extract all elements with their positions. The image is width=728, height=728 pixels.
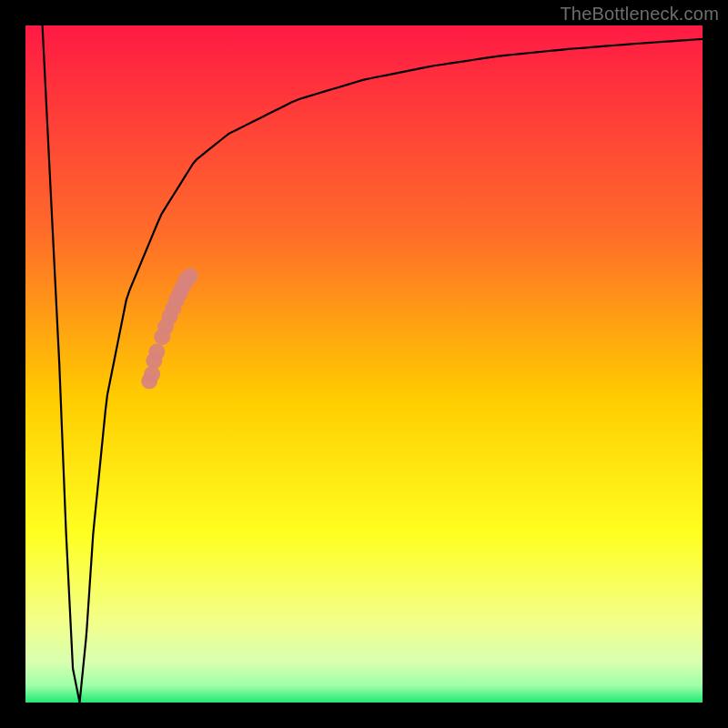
marker-dot xyxy=(144,366,160,382)
attribution-text: TheBottleneck.com xyxy=(560,4,719,25)
marker-dot xyxy=(182,268,198,284)
bottleneck-chart xyxy=(25,25,703,703)
marker-dot xyxy=(148,344,165,360)
gradient-background xyxy=(25,25,703,703)
chart-frame xyxy=(25,25,703,703)
